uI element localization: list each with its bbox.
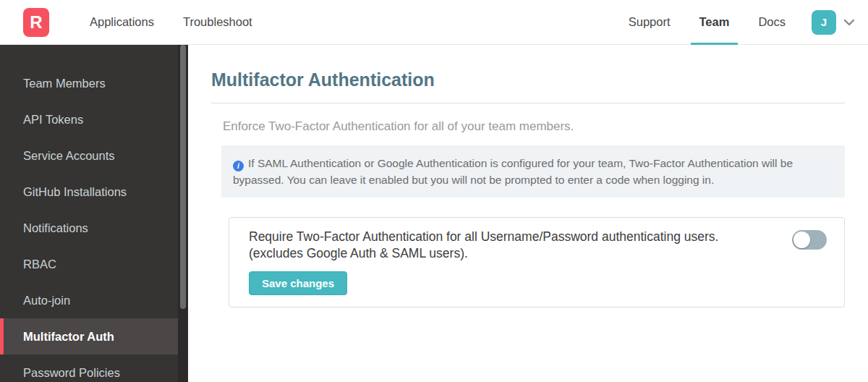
- nav-applications[interactable]: Applications: [81, 0, 163, 44]
- sidebar-item-service-accounts[interactable]: Service Accounts: [0, 137, 188, 174]
- app-logo[interactable]: R: [23, 8, 49, 37]
- setting-label-line1: Require Two-Factor Authentication for al…: [249, 229, 763, 245]
- info-banner: iIf SAML Authentication or Google Authen…: [221, 145, 845, 198]
- sidebar-item-rbac[interactable]: RBAC: [0, 246, 188, 282]
- mfa-toggle[interactable]: [792, 230, 827, 250]
- sidebar-item-password-policies[interactable]: Password Policies: [0, 355, 188, 382]
- mfa-toggle-knob: [793, 232, 810, 248]
- nav-docs[interactable]: Docs: [749, 0, 794, 44]
- setting-label-line2: (excludes Google Auth & SAML users).: [249, 245, 763, 262]
- setting-label: Require Two-Factor Authentication for al…: [249, 229, 763, 262]
- avatar[interactable]: J: [812, 10, 836, 35]
- divider: [211, 103, 845, 103]
- sidebar-scrollbar-thumb[interactable]: [180, 45, 186, 309]
- page-layout: Team Members API Tokens Service Accounts…: [0, 45, 868, 382]
- avatar-initial: J: [821, 16, 827, 28]
- nav-team[interactable]: Team: [691, 0, 739, 44]
- page-title: Multifactor Authentication: [211, 69, 845, 90]
- sidebar-scrollbar-track[interactable]: [178, 45, 188, 382]
- secondary-nav: Support Team Docs J: [608, 0, 855, 44]
- top-nav: R Applications Troubleshoot Support Team…: [0, 0, 868, 45]
- page-description: Enforce Two-Factor Authentication for al…: [223, 119, 845, 134]
- sidebar-item-team-members[interactable]: Team Members: [0, 65, 188, 101]
- info-icon: i: [233, 161, 244, 171]
- setting-row: Require Two-Factor Authentication for al…: [249, 229, 827, 262]
- nav-troubleshoot[interactable]: Troubleshoot: [174, 0, 261, 44]
- sidebar-item-multifactor-auth[interactable]: Multifactor Auth: [0, 318, 188, 355]
- sidebar-item-github-installations[interactable]: GitHub Installations: [0, 174, 188, 210]
- app-logo-letter: R: [30, 12, 42, 33]
- info-text: If SAML Authentication or Google Authent…: [233, 157, 793, 186]
- sidebar-item-auto-join[interactable]: Auto-join: [0, 282, 188, 318]
- chevron-down-icon[interactable]: [843, 19, 855, 26]
- mfa-setting-card: Require Two-Factor Authentication for al…: [229, 217, 845, 307]
- sidebar-menu: Team Members API Tokens Service Accounts…: [0, 45, 188, 382]
- main-content: Multifactor Authentication Enforce Two-F…: [188, 45, 868, 382]
- sidebar-item-api-tokens[interactable]: API Tokens: [0, 101, 188, 137]
- nav-support[interactable]: Support: [620, 0, 679, 44]
- primary-nav: Applications Troubleshoot: [69, 0, 261, 44]
- sidebar: Team Members API Tokens Service Accounts…: [0, 45, 188, 382]
- save-changes-button[interactable]: Save changes: [249, 271, 347, 295]
- sidebar-item-notifications[interactable]: Notifications: [0, 210, 188, 246]
